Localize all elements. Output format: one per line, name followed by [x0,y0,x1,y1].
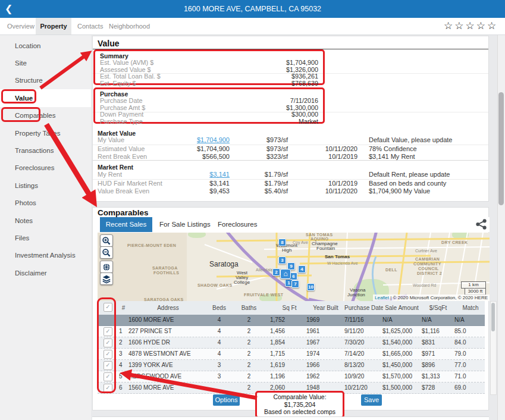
col-header-sqft: Sq Ft [265,301,309,315]
map-marker-10[interactable]: 10 [307,283,315,291]
map-marker-4[interactable]: 4 [298,265,306,273]
options-button[interactable]: Options [213,394,240,406]
sidebar-item-structure[interactable]: Structure [0,72,91,89]
cell-year: 1961 [304,326,345,337]
map-label: Woodard Rd [413,283,436,287]
comparable-value-line2: Based on selected comps [258,408,341,416]
sidebar-item-comparables[interactable]: Comparables [0,107,91,124]
title-bar: ❮ 1600 MORE AVE, CAMPBELL, CA 95032 [0,0,505,18]
cell-baths: 2 [233,349,265,359]
sidebar-item-disclaimer[interactable]: Disclaimer [0,264,91,281]
cell-purchase-date: 7/30/20 [343,337,383,348]
tab-property[interactable]: Property [36,18,71,35]
sidebar-item-location[interactable]: Location [0,37,91,54]
note: Default Rent, please update [369,171,488,178]
comp-row-5[interactable]: ✓ 5 HEDGEWOOD AVE 3 2 1,196 1962 10/9/20… [98,371,485,383]
note: 78% Confidence [369,145,488,152]
map-label: Saratoga [209,260,239,268]
cell-sale: $1,450,000 [381,360,421,371]
per-sf: $973/sf [236,145,288,152]
row-label: Purchase Date [100,98,142,105]
comp-checkbox[interactable]: ✓ [103,350,112,359]
my-rent-link[interactable]: $3,141 [164,171,230,178]
row-value: $3,141 [164,180,230,187]
sidebar-item-notes[interactable]: Notes [0,212,91,229]
row-label: Purchase Type [100,118,143,126]
comp-checkbox[interactable]: ✓ [103,361,112,370]
cell-purchase-date: 10/9/20 [343,371,383,382]
comp-row-1[interactable]: ✓ 1 227 PRINCE ST 4 2 1,456 1961 9/11/20… [98,326,485,337]
map-label: FRUITVALE WEST [244,293,284,297]
save-button[interactable]: Save [361,394,382,406]
cell-year: 1974 [304,349,345,359]
map-marker-2[interactable]: 2 [272,268,280,276]
star-rating[interactable]: ☆☆☆☆☆ [444,20,498,32]
col-header-per-sqft: $/SqFt [420,301,454,315]
comp-checkbox[interactable]: ✓ [103,384,112,393]
map-globe-button[interactable] [100,261,113,273]
summary-box: Summary Est. Value (AVM) $$1,704,900 Ass… [93,49,325,85]
sidebar-item-listings[interactable]: Listings [0,177,91,194]
cell-beds: 4 [206,349,233,359]
sidebar-item-value[interactable]: Value [0,89,91,106]
per-sf: $5.40/sf [236,187,288,195]
map-layers-button[interactable] [100,272,113,285]
map-label: Curtner Ave [415,249,437,253]
note: $3,141 My Rent [369,153,488,160]
tab-overview[interactable]: Overview [7,23,34,30]
col-header-sale-amount: Sale Amount [381,301,421,315]
comp-row-2[interactable]: ✓ 2 1606 HYDE DR 4 2 1,854 1967 7/30/20 … [98,337,485,349]
sidebar-item-site[interactable]: Site [0,54,91,71]
map-zoom-in-button[interactable] [100,234,113,247]
market-rent-heading: Market Rent [98,164,133,171]
comps-table-header: ✓ # Address Beds Baths Sq Ft Year Built … [98,301,485,315]
map-label: COMMUNITY [413,262,441,266]
leaflet-link[interactable]: Leaflet [375,295,389,300]
cell-address: 227 PRINCE ST [127,326,208,337]
purchase-box: Purchase Purchase Date7/11/2016 Purchase… [93,87,325,124]
share-icon[interactable] [476,219,487,232]
tab-neighborhood[interactable]: Neighborhood [109,23,150,30]
comparables-tab-bar: Recent Sales For Sale Listings Foreclosu… [93,217,490,232]
comp-checkbox[interactable]: ✓ [103,372,112,381]
cell-year: 1966 [304,360,345,371]
map-label: DELL [385,268,397,272]
comp-checkbox[interactable]: ✓ [103,338,112,347]
comp-row-3[interactable]: ✓ 3 4878 WESTMONT AVE 4 2 1,715 1974 7/1… [98,349,485,360]
tab-foreclosures[interactable]: Foreclosures [218,221,257,228]
map-marker-7[interactable]: 7 [291,280,299,288]
page-scrollbar-thumb[interactable] [498,92,504,205]
map-zoom-out-button[interactable] [100,246,113,259]
comp-checkbox[interactable]: ✓ [103,327,112,336]
sidebar-item-investment-analysis[interactable]: Investment Analysis [0,247,91,264]
select-all-checkbox[interactable]: ✓ [103,303,112,312]
map-marker-3[interactable]: 3 [278,256,286,264]
cell-address: 1399 YORK AVE [127,360,208,371]
map-label: PIERCE-MOUNT EDEN [127,243,176,247]
tab-contacts[interactable]: Contacts [77,23,103,30]
cell-purchase-date: 10/21/20 [343,383,383,393]
sidebar-item-photos[interactable]: Photos [0,195,91,212]
cell-address: HEDGEWOOD AVE [127,371,208,382]
comparables-map[interactable]: PIERCE-MOUNT EDEN Champagne Fountain SAN… [98,233,490,301]
col-header-baths: Baths [233,301,265,315]
map-marker-8[interactable]: 8 [278,239,286,246]
table-scrollbar-thumb[interactable] [491,303,495,331]
my-value-link[interactable]: $1,704,900 [164,136,230,143]
map-label: CAMBRIAN [415,257,440,261]
comp-row-4[interactable]: ✓ 4 1399 YORK AVE 3 2 1,619 1966 8/13/20… [98,360,485,371]
sidebar-item-transactions[interactable]: Transactions [0,142,91,159]
sidebar-item-property-taxes[interactable]: Property Taxes [0,124,91,142]
note: $1,704,900 My Value [369,187,488,195]
tab-recent-sales[interactable]: Recent Sales [100,217,152,232]
cell-address: 1560 MORE AVE [127,383,208,393]
tab-for-sale-listings[interactable]: For Sale Listings [159,221,211,228]
comparables-section: Comparables Recent Sales For Sale Listin… [92,207,489,410]
subject-property-row: 1600 MORE AVE 4 2 1,752 1969 7/11/16 N/A… [98,315,485,326]
subject-home-marker[interactable]: ⌂ [280,269,291,279]
date: 10/11/2020 [310,187,357,195]
sidebar-item-files[interactable]: Files [0,229,91,246]
sidebar-item-foreclosures[interactable]: Foreclosures [0,159,91,177]
per-sf: $323/sf [236,153,288,160]
cell-purchase-date: 7/11/16 [343,315,383,325]
